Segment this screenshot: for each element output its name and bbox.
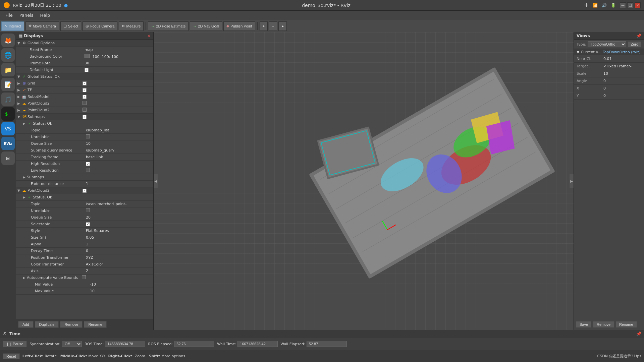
views-zero-button[interactable]: Zero xyxy=(628,41,641,47)
window-buttons[interactable]: — □ ✕ xyxy=(620,2,641,8)
submaps-unreliable-checkbox[interactable] xyxy=(86,134,90,138)
pointcloud2-row-1[interactable]: ▶ ☁ PointCloud2 xyxy=(16,100,153,107)
viewport[interactable]: ◀ ▶ xyxy=(154,32,574,330)
pc2-unreliable-row[interactable]: Unreliable xyxy=(16,207,153,214)
submaps-checkbox[interactable]: ✓ xyxy=(83,115,87,119)
pc2-unreliable-checkbox[interactable] xyxy=(86,208,90,212)
app-icon-terminal[interactable]: $_ xyxy=(1,107,15,121)
pc2-axis-row[interactable]: Axis Z xyxy=(16,268,153,275)
submaps-lowres-row[interactable]: Low Resolution xyxy=(16,167,153,174)
pc2-style-row[interactable]: Style Flat Squares xyxy=(16,228,153,234)
ros-time-input[interactable] xyxy=(105,341,145,347)
rename-display-button[interactable]: Rename xyxy=(84,321,107,328)
pc2-selectable-row[interactable]: Selectable ✓ xyxy=(16,221,153,228)
left-collapse-arrow[interactable]: ◀ xyxy=(154,174,158,188)
interact-button[interactable]: ↖ Interact xyxy=(1,21,24,31)
zoom-in-button[interactable]: + xyxy=(260,21,268,31)
tf-checkbox[interactable]: ✓ xyxy=(83,88,87,92)
focus-camera-button[interactable]: ◎ Focus Camera xyxy=(83,21,117,31)
duplicate-display-button[interactable]: Duplicate xyxy=(35,321,59,328)
reset-button[interactable]: Reset xyxy=(3,353,20,359)
close-button[interactable]: ✕ xyxy=(635,2,641,8)
views-angle-row[interactable]: Angle 0 xyxy=(574,77,644,85)
pc2-colortrans-row[interactable]: Color Transformer AxisColor xyxy=(16,261,153,268)
move-camera-button[interactable]: ✥ Move Camera xyxy=(25,21,59,31)
submaps-tracking-row[interactable]: Tracking frame base_link xyxy=(16,154,153,161)
bg-color-row[interactable]: Background Color 100; 100; 100 xyxy=(16,53,153,60)
views-type-select[interactable]: TopDownOrtho FPS Orbit xyxy=(588,41,626,47)
views-x-row[interactable]: X 0 xyxy=(574,85,644,92)
app-icon-grid[interactable]: ⊞ xyxy=(1,152,15,165)
global-options-row[interactable]: ▼ ⚙ Global Options xyxy=(16,40,153,47)
app-icon-rviz[interactable]: RViz xyxy=(1,137,15,150)
ros-elapsed-input[interactable] xyxy=(174,341,214,347)
views-target-row[interactable]: Target ... <Fixed Frame> xyxy=(574,63,644,70)
publish-point-button[interactable]: ◆ Publish Point xyxy=(223,21,255,31)
grid-row[interactable]: ▶ ⊞ Grid ✓ xyxy=(16,80,153,87)
pause-button[interactable]: ‖ ‖ Pause xyxy=(3,341,27,347)
submaps-row[interactable]: ▼ 🗺 Submaps ✓ xyxy=(16,114,153,120)
app-icon-files[interactable]: 📁 xyxy=(1,63,15,76)
submaps-fade-row[interactable]: Fade-out distance 1 xyxy=(16,181,153,187)
pc2-queue-row[interactable]: Queue Size 20 xyxy=(16,214,153,221)
submaps-highres-row[interactable]: High Resolution ✓ xyxy=(16,161,153,167)
app-icon-firefox[interactable]: 🦊 xyxy=(1,34,15,47)
pointcloud2-expanded-row[interactable]: ▼ ☁ PointCloud2 ✓ xyxy=(16,187,153,194)
submaps-highres-checkbox[interactable]: ✓ xyxy=(86,162,90,166)
pointcloud2-row-2[interactable]: ▶ ☁ PointCloud2 xyxy=(16,107,153,114)
submaps-query-row[interactable]: Submap query service /submap_query xyxy=(16,147,153,154)
views-save-button[interactable]: Save xyxy=(576,321,592,328)
2d-nav-button[interactable]: → 2D Nav Goal xyxy=(190,21,222,31)
grid-checkbox[interactable]: ✓ xyxy=(83,81,87,85)
fixed-frame-row[interactable]: Fixed Frame map xyxy=(16,47,153,53)
pc2-alpha-row[interactable]: Alpha 1 xyxy=(16,241,153,248)
sync-select[interactable]: Off Exact xyxy=(62,341,82,347)
pointcloud2-1-checkbox[interactable] xyxy=(83,101,87,105)
submaps-topic-row[interactable]: Topic /submap_list xyxy=(16,127,153,134)
views-rename-button[interactable]: Rename xyxy=(615,321,637,328)
submaps-status-row[interactable]: ▶ ✓ Status: Ok xyxy=(16,120,153,127)
submaps-sub-row[interactable]: ▶ Submaps xyxy=(16,174,153,181)
pc2-selectable-checkbox[interactable]: ✓ xyxy=(86,222,90,226)
pc2-size-row[interactable]: Size (m) 0.05 xyxy=(16,234,153,241)
app-icon-network[interactable]: 🌐 xyxy=(1,48,15,62)
pc2-topic-row[interactable]: Topic /scan_matched_point... xyxy=(16,201,153,207)
pointcloud2-exp-checkbox[interactable]: ✓ xyxy=(83,189,87,193)
pc2-autocompute-row[interactable]: ▶ Autocompute Value Bounds xyxy=(16,275,153,281)
views-remove-button[interactable]: Remove xyxy=(593,321,614,328)
2d-pose-button[interactable]: → 2D Pose Estimate xyxy=(148,21,189,31)
global-status-row[interactable]: ▼ ✓ Global Status: Ok xyxy=(16,73,153,80)
default-light-row[interactable]: Default Light ✓ xyxy=(16,67,153,73)
zoom-out-button[interactable]: − xyxy=(269,21,277,31)
app-icon-vscode[interactable]: VS xyxy=(1,122,15,135)
frame-rate-row[interactable]: Frame Rate 30 xyxy=(16,60,153,67)
right-collapse-arrow[interactable]: ▶ xyxy=(570,174,574,188)
submaps-queue-row[interactable]: Queue Size 10 xyxy=(16,140,153,147)
remove-display-button[interactable]: Remove xyxy=(60,321,83,328)
submaps-unreliable-row[interactable]: Unreliable xyxy=(16,134,153,140)
views-scale-row[interactable]: Scale 10 xyxy=(574,70,644,77)
displays-content[interactable]: ▼ ⚙ Global Options Fixed Frame map Backg… xyxy=(16,40,153,319)
pc2-maxval-row[interactable]: Max Value 10 xyxy=(16,288,153,295)
measure-button[interactable]: ⇔ Measure xyxy=(119,21,144,31)
pointcloud2-2-checkbox[interactable] xyxy=(83,108,87,112)
displays-close-icon[interactable]: ✕ xyxy=(147,34,151,38)
views-nearclip-row[interactable]: Near Cl... 0.01 xyxy=(574,55,644,63)
robotmodel-checkbox[interactable]: ✓ xyxy=(83,95,87,99)
tf-row[interactable]: ▶ ⤢ TF ✓ xyxy=(16,87,153,94)
add-display-button[interactable]: Add xyxy=(18,321,34,328)
menu-panels[interactable]: Panels xyxy=(17,12,36,18)
pc2-autocompute-checkbox[interactable] xyxy=(82,275,86,279)
robotmodel-row[interactable]: ▶ 🤖 RobotModel ✓ xyxy=(16,94,153,100)
pc2-decay-row[interactable]: Decay Time 0 xyxy=(16,248,153,254)
menu-file[interactable]: File xyxy=(3,12,15,18)
menu-help[interactable]: Help xyxy=(38,12,53,18)
app-icon-music[interactable]: 🎵 xyxy=(1,93,15,106)
pc2-postrans-row[interactable]: Position Transformer XYZ xyxy=(16,254,153,261)
wall-elapsed-input[interactable] xyxy=(307,341,347,347)
submaps-lowres-checkbox[interactable] xyxy=(86,168,90,172)
wall-time-input[interactable] xyxy=(237,341,278,347)
cam3d-button[interactable]: ● xyxy=(278,21,287,31)
pc2-status-row[interactable]: ▶ ✓ Status: Ok xyxy=(16,194,153,201)
maximize-button[interactable]: □ xyxy=(627,2,633,8)
